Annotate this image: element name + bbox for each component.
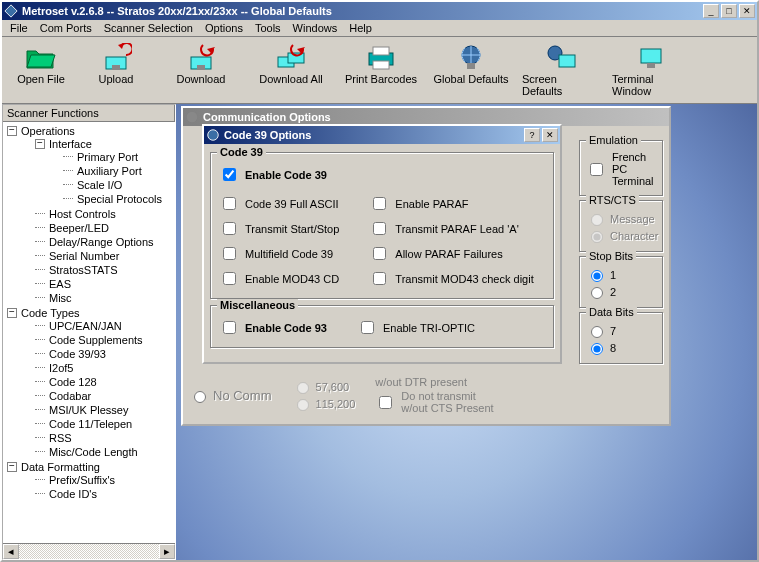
download-button[interactable]: Download: [156, 41, 246, 99]
tree-ops-misc[interactable]: Misc: [35, 291, 175, 305]
tree-misc-code-length[interactable]: Misc/Code Length: [35, 445, 175, 459]
mdi-area: Communication Options Emulation French P…: [176, 104, 757, 560]
tree-upc-ean-jan[interactable]: UPC/EAN/JAN: [35, 319, 175, 333]
tree-eas[interactable]: EAS: [35, 277, 175, 291]
tree-i2of5[interactable]: I2of5: [35, 361, 175, 375]
code39-options-window: Code 39 Options ? ✕ Code 39 Enable Code …: [202, 124, 562, 364]
toolbar: Open File Upload Download Download All P…: [2, 37, 757, 104]
svg-rect-14: [467, 63, 475, 69]
enable-mod43-cd-checkbox[interactable]: [223, 272, 236, 285]
scroll-track[interactable]: [19, 544, 159, 559]
menu-options[interactable]: Options: [205, 22, 243, 34]
stopbits-2-radio[interactable]: [591, 287, 603, 299]
terminal-icon: [635, 43, 667, 71]
screen-defaults-button[interactable]: Screen Defaults: [516, 41, 606, 99]
svg-point-19: [187, 112, 198, 123]
menu-windows[interactable]: Windows: [293, 22, 338, 34]
transmit-start-stop-checkbox[interactable]: [223, 222, 236, 235]
multifield-code39-checkbox[interactable]: [223, 247, 236, 260]
tree-code-supplements[interactable]: Code Supplements: [35, 333, 175, 347]
menu-comports[interactable]: Com Ports: [40, 22, 92, 34]
enable-code39-checkbox[interactable]: [223, 168, 236, 181]
tree-primary-port[interactable]: Primary Port: [63, 150, 175, 164]
menu-tools[interactable]: Tools: [255, 22, 281, 34]
tree-codabar[interactable]: Codabar: [35, 389, 175, 403]
enable-paraf-checkbox[interactable]: [373, 197, 386, 210]
tree-delay-range[interactable]: Delay/Range Options: [35, 235, 175, 249]
close-button[interactable]: ✕: [739, 4, 755, 18]
maximize-button[interactable]: □: [721, 4, 737, 18]
print-barcodes-button[interactable]: Print Barcodes: [336, 41, 426, 99]
code39-close-button[interactable]: ✕: [542, 128, 558, 142]
svg-rect-16: [559, 55, 575, 67]
no-comm-radio[interactable]: [194, 391, 206, 403]
menu-bar: File Com Ports Scanner Selection Options…: [2, 20, 757, 37]
open-file-button[interactable]: Open File: [6, 41, 76, 99]
scroll-left-button[interactable]: ◂: [3, 544, 19, 559]
tree-host-controls[interactable]: Host Controls: [35, 207, 175, 221]
tree-scale-io[interactable]: Scale I/O: [63, 178, 175, 192]
sidebar-hscroll[interactable]: ◂ ▸: [3, 543, 175, 559]
menu-help[interactable]: Help: [349, 22, 372, 34]
printer-icon: [365, 43, 397, 71]
tree-msi-uk-plessey[interactable]: MSI/UK Plessey: [35, 403, 175, 417]
terminal-window-button[interactable]: Terminal Window: [606, 41, 696, 99]
scroll-right-button[interactable]: ▸: [159, 544, 175, 559]
tree-auxiliary-port[interactable]: Auxiliary Port: [63, 164, 175, 178]
french-pc-terminal-checkbox[interactable]: [590, 163, 603, 176]
transmit-paraf-lead-a-checkbox[interactable]: [373, 222, 386, 235]
window-title: Metroset v.2.6.8 -- Stratos 20xx/21xx/23…: [22, 5, 703, 17]
databits-group: Data Bits 7 8: [579, 312, 663, 364]
global-defaults-button[interactable]: Global Defaults: [426, 41, 516, 99]
comm-lower-panel: No Comm 57,600 115,200 w/out DTR present…: [189, 374, 573, 416]
tree-prefix-suffix[interactable]: Prefix/Suffix's: [35, 473, 175, 487]
tree-code-128[interactable]: Code 128: [35, 375, 175, 389]
baud-57600-radio: [297, 382, 309, 394]
rtscts-character-radio: [591, 231, 603, 243]
menu-file[interactable]: File: [10, 22, 28, 34]
svg-rect-11: [373, 47, 389, 55]
databits-7-radio[interactable]: [591, 326, 603, 338]
upload-icon: [100, 43, 132, 71]
tree-code-11-telepen[interactable]: Code 11/Telepen: [35, 417, 175, 431]
tree-rss[interactable]: RSS: [35, 431, 175, 445]
sidebar: Scanner Functions Operations Interface P…: [2, 104, 176, 560]
code39-titlebar[interactable]: Code 39 Options ? ✕: [204, 126, 560, 144]
enable-tri-optic-checkbox[interactable]: [361, 321, 374, 334]
main-titlebar: Metroset v.2.6.8 -- Stratos 20xx/21xx/23…: [2, 2, 757, 20]
allow-paraf-failures-checkbox[interactable]: [373, 247, 386, 260]
minimize-button[interactable]: _: [703, 4, 719, 18]
code39-group: Code 39 Enable Code 39 Code 39 Full ASCI…: [210, 152, 554, 299]
transmit-mod43-check-digit-checkbox[interactable]: [373, 272, 386, 285]
download-all-button[interactable]: Download All: [246, 41, 336, 99]
download-all-icon: [275, 43, 307, 71]
code39-window-icon: [206, 128, 220, 142]
tree-code-ids[interactable]: Code ID's: [35, 487, 175, 501]
enable-code93-checkbox[interactable]: [223, 321, 236, 334]
tree-operations[interactable]: Operations Interface Primary Port Auxili…: [7, 124, 175, 306]
miscellaneous-group: Miscellaneous Enable Code 93 Enable TRI-…: [210, 305, 554, 348]
upload-button[interactable]: Upload: [76, 41, 156, 99]
tree-code-39-93[interactable]: Code 39/93: [35, 347, 175, 361]
menu-scanner-selection[interactable]: Scanner Selection: [104, 22, 193, 34]
svg-rect-12: [373, 61, 389, 69]
rtscts-message-radio: [591, 214, 603, 226]
tree-interface[interactable]: Interface Primary Port Auxiliary Port Sc…: [35, 137, 175, 207]
stopbits-1-radio[interactable]: [591, 270, 603, 282]
tree-serial-number[interactable]: Serial Number: [35, 249, 175, 263]
globe-icon: [455, 43, 487, 71]
code39-title: Code 39 Options: [224, 129, 524, 141]
tree-view[interactable]: Operations Interface Primary Port Auxili…: [3, 122, 175, 543]
tree-beeper-led[interactable]: Beeper/LED: [35, 221, 175, 235]
tree-data-formatting[interactable]: Data Formatting Prefix/Suffix's Code ID'…: [7, 460, 175, 502]
no-transmit-cts-checkbox[interactable]: [379, 396, 392, 409]
code39-full-ascii-checkbox[interactable]: [223, 197, 236, 210]
tree-code-types[interactable]: Code Types UPC/EAN/JAN Code Supplements …: [7, 306, 175, 460]
rtscts-group: RTS/CTS Message Character: [579, 200, 663, 252]
databits-8-radio[interactable]: [591, 343, 603, 355]
comm-title: Communication Options: [203, 111, 667, 123]
code39-help-button[interactable]: ?: [524, 128, 540, 142]
tree-stratosstats[interactable]: StratosSTATS: [35, 263, 175, 277]
comm-window-icon: [185, 110, 199, 124]
tree-special-protocols[interactable]: Special Protocols: [63, 192, 175, 206]
